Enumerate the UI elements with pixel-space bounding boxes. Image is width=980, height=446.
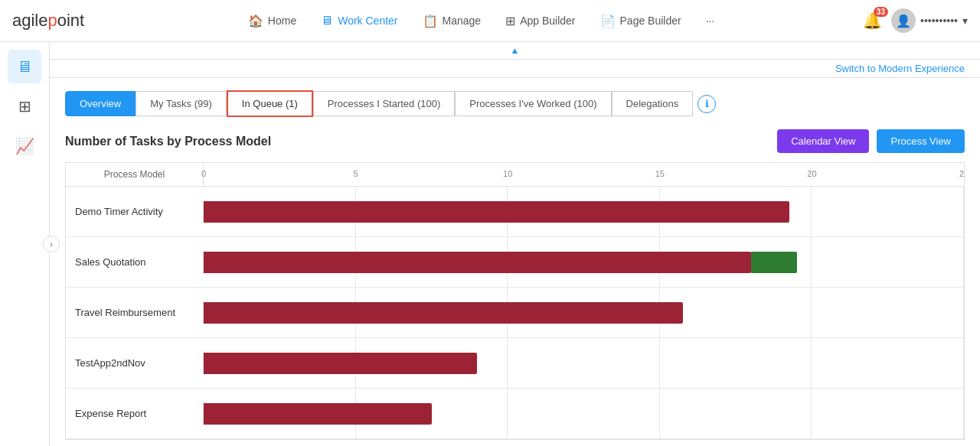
chevron-down-icon: ▾ xyxy=(962,15,968,27)
scale-tick-25: 25 xyxy=(959,169,965,178)
logo-dot: p xyxy=(47,11,57,30)
scale-tick-20: 20 xyxy=(807,169,816,178)
grid-line xyxy=(508,389,660,438)
notification-badge: 33 xyxy=(874,7,888,17)
grid-line xyxy=(812,338,964,388)
row-bars-demo-timer xyxy=(204,187,964,236)
table-row: Demo Timer Activity xyxy=(66,187,964,237)
nav-manage-label: Manage xyxy=(443,15,482,27)
user-menu-button[interactable]: 👤 •••••••••• ▾ xyxy=(891,8,968,33)
row-label-testapp: TestApp2ndNov xyxy=(66,351,204,375)
chart-col-label: Process Model xyxy=(66,163,204,186)
bar-primary-demo-timer xyxy=(204,201,789,223)
chart-header-row: Process Model 0 5 10 15 20 25 xyxy=(66,163,964,187)
nav-work-center[interactable]: 🖥 Work Center xyxy=(310,9,408,32)
page-builder-icon: 📄 xyxy=(600,14,616,28)
chart-buttons: Calendar View Process View xyxy=(777,129,965,153)
chart-scale: 0 5 10 15 20 25 xyxy=(204,163,964,186)
grid-line xyxy=(508,338,660,388)
tab-overview[interactable]: Overview xyxy=(65,91,136,116)
scale-tick-5: 5 xyxy=(354,169,358,178)
tab-info-icon[interactable]: ℹ xyxy=(697,95,716,113)
table-row: TestApp2ndNov xyxy=(66,338,964,389)
bar-primary-sales-quotation xyxy=(204,252,751,273)
nav-more[interactable]: ··· xyxy=(695,10,726,31)
sidebar-toggle-button[interactable]: › xyxy=(43,236,60,252)
scale-tick-15: 15 xyxy=(655,169,665,178)
collapse-bar[interactable]: ▲ xyxy=(50,42,980,60)
row-bars-sales-quotation xyxy=(204,237,964,287)
nav-home[interactable]: 🏠 Home xyxy=(237,9,307,33)
top-nav: agilepoint 🏠 Home 🖥 Work Center 📋 Manage… xyxy=(0,0,980,42)
tab-processes-worked[interactable]: Processes I've Worked (100) xyxy=(455,91,611,116)
logo-oint: oint xyxy=(57,11,84,30)
bar-chart: Process Model 0 5 10 15 20 25 Demo Timer… xyxy=(65,162,965,440)
nav-work-center-label: Work Center xyxy=(338,15,397,27)
process-view-button[interactable]: Process View xyxy=(877,129,965,153)
grid-line xyxy=(812,237,964,287)
nav-manage[interactable]: 📋 Manage xyxy=(412,9,492,33)
scale-tick-0: 0 xyxy=(201,169,206,178)
row-label-expense: Expense Report xyxy=(66,402,204,425)
table-row: Expense Report xyxy=(66,389,964,439)
user-name: •••••••••• xyxy=(920,15,958,27)
notification-button[interactable]: 🔔 33 xyxy=(863,11,882,30)
user-avatar: 👤 xyxy=(891,8,916,33)
row-bars-testapp xyxy=(204,338,964,388)
main-layout: 🖥 ⊞ 📈 › ▲ Switch to Modern Experience Ov… xyxy=(0,42,980,446)
tabs-bar: Overview My Tasks (99) In Queue (1) Proc… xyxy=(65,90,965,117)
monitor-icon: 🖥 xyxy=(321,14,333,28)
sidebar-monitor-icon[interactable]: 🖥 xyxy=(8,50,41,83)
scale-tick-10: 10 xyxy=(503,169,512,178)
chart-title: Number of Tasks by Process Model xyxy=(65,135,271,148)
nav-page-builder[interactable]: 📄 Page Builder xyxy=(590,9,692,33)
nav-home-label: Home xyxy=(268,15,296,27)
tab-processes-started[interactable]: Processes I Started (100) xyxy=(313,91,455,116)
bar-secondary-sales-quotation xyxy=(751,252,797,273)
nav-items: 🏠 Home 🖥 Work Center 📋 Manage ⊞ App Buil… xyxy=(106,9,857,33)
chart-header: Number of Tasks by Process Model Calenda… xyxy=(65,129,965,153)
table-row: Travel Reimbursement xyxy=(66,288,964,338)
bar-primary-expense xyxy=(204,403,432,425)
manage-icon: 📋 xyxy=(423,14,438,28)
grid-line xyxy=(812,389,964,438)
calendar-view-button[interactable]: Calendar View xyxy=(777,129,869,153)
row-label-sales-quotation: Sales Quotation xyxy=(66,250,204,274)
logo: agilepoint xyxy=(12,11,84,31)
nav-app-builder-label: App Builder xyxy=(520,15,575,27)
home-icon: 🏠 xyxy=(248,14,263,28)
modern-experience-bar: Switch to Modern Experience xyxy=(50,60,980,78)
logo-text: agilepoint xyxy=(12,11,84,31)
sidebar-grid-icon[interactable]: ⊞ xyxy=(8,90,41,123)
row-bars-travel xyxy=(204,288,964,337)
nav-more-label: ··· xyxy=(706,15,715,27)
left-sidebar: 🖥 ⊞ 📈 › xyxy=(0,42,50,446)
row-label-demo-timer: Demo Timer Activity xyxy=(66,200,204,223)
table-row: Sales Quotation xyxy=(66,237,964,288)
row-label-travel: Travel Reimbursement xyxy=(66,301,204,324)
tab-in-queue[interactable]: In Queue (1) xyxy=(227,90,313,117)
tab-my-tasks[interactable]: My Tasks (99) xyxy=(136,91,227,116)
bar-primary-travel xyxy=(204,302,683,324)
grid-line xyxy=(660,389,812,438)
grid-line xyxy=(812,187,964,236)
nav-page-builder-label: Page Builder xyxy=(620,15,681,27)
logo-agile: agile xyxy=(12,11,47,30)
app-builder-icon: ⊞ xyxy=(505,14,515,28)
grid-line xyxy=(812,288,964,337)
bar-primary-testapp xyxy=(204,353,477,374)
chart-body: Demo Timer Activity xyxy=(66,187,964,439)
grid-line xyxy=(660,338,812,388)
modern-experience-link[interactable]: Switch to Modern Experience xyxy=(835,63,965,74)
row-bars-expense xyxy=(204,389,964,438)
tab-delegations[interactable]: Delegations xyxy=(612,91,694,116)
main-content: ▲ Switch to Modern Experience Overview M… xyxy=(50,42,980,446)
content-area: Overview My Tasks (99) In Queue (1) Proc… xyxy=(50,78,980,446)
nav-app-builder[interactable]: ⊞ App Builder xyxy=(495,9,586,33)
sidebar-chart-icon[interactable]: 📈 xyxy=(8,129,41,163)
nav-right: 🔔 33 👤 •••••••••• ▾ xyxy=(863,8,968,33)
